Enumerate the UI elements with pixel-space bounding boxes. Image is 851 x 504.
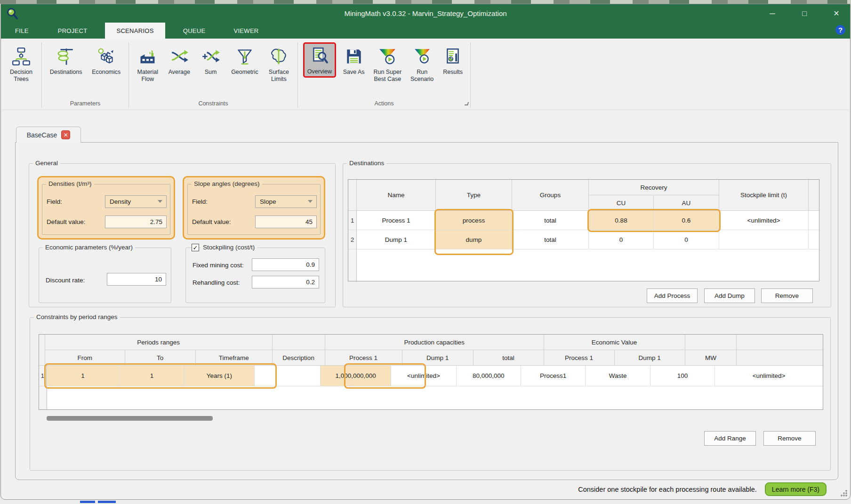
dest-row2-name[interactable]: Dump 1 <box>357 230 436 249</box>
tab-basecase[interactable]: BaseCase ✕ <box>16 127 81 143</box>
sum-button[interactable]: Sum <box>199 45 223 77</box>
cons-row1-cap-total[interactable]: 80,000,000 <box>457 366 521 386</box>
dest-row2-type[interactable]: dump <box>436 230 512 249</box>
maximize-button[interactable]: □ <box>795 7 814 21</box>
menu-queue[interactable]: QUEUE <box>172 23 217 39</box>
cons-row1-ev-process1[interactable]: Process1 <box>521 366 586 386</box>
material-flow-button[interactable]: Material Flow <box>136 45 160 84</box>
dest-header-num <box>348 180 357 211</box>
menu-project[interactable]: PROJECT <box>47 23 99 39</box>
cons-header-timeframe: Timeframe <box>196 350 273 366</box>
tab-close-icon[interactable]: ✕ <box>61 130 70 139</box>
table-row: 1 Process 1 process total 0.88 0.6 <unli… <box>348 211 819 230</box>
help-icon[interactable]: ? <box>835 25 845 35</box>
rehandling-cost-input[interactable] <box>252 276 319 288</box>
slope-field-dropdown[interactable]: Slope <box>255 195 317 208</box>
decision-trees-icon <box>11 46 32 67</box>
cons-row1-description[interactable] <box>255 366 321 386</box>
run-super-best-case-button[interactable]: Run Super Best Case <box>371 45 403 84</box>
run-scenario-label: Run <box>417 69 427 75</box>
surface-limits-icon <box>268 46 289 67</box>
surface-limits-label2: Limits <box>271 76 287 82</box>
minimize-button[interactable]: ─ <box>763 7 782 21</box>
menu-viewer[interactable]: VIEWER <box>222 23 270 39</box>
destinations-icon <box>56 46 76 67</box>
surface-limits-label: Surface <box>269 69 289 75</box>
dest-row2-stockpile[interactable] <box>719 230 809 249</box>
average-icon <box>169 46 190 67</box>
title-bar: MiningMath v3.0.32 - Marvin_Strategy_Opt… <box>1 4 850 23</box>
menu-file[interactable]: FILE <box>4 23 40 39</box>
save-as-button[interactable]: Save As <box>341 45 367 77</box>
cons-row1-next-clipped[interactable]: <unlimited> <box>715 366 823 386</box>
densities-highlight-box: Densities (t/m³) Field: Density Default … <box>37 176 175 240</box>
densities-field-dropdown[interactable]: Density <box>105 195 167 208</box>
stockpiling-checkbox[interactable]: ✓ <box>192 244 199 251</box>
add-dump-button[interactable]: Add Dump <box>704 288 755 303</box>
add-process-button[interactable]: Add Process <box>647 288 698 303</box>
dest-row1-au[interactable]: 0.6 <box>654 211 719 230</box>
dest-row2-cu[interactable]: 0 <box>589 230 654 249</box>
slope-field-label: Field: <box>192 198 208 205</box>
densities-default-input[interactable] <box>105 216 167 228</box>
cons-row1-num: 1 <box>39 366 47 386</box>
dest-row1-name[interactable]: Process 1 <box>357 211 436 230</box>
ribbon-group-parameters: Destinations Economics <box>42 39 128 110</box>
cons-row1-timeframe[interactable]: Years (1) <box>185 366 255 386</box>
dest-row1-cu[interactable]: 0.88 <box>589 211 654 230</box>
overview-button[interactable]: Overview <box>303 42 336 78</box>
dest-row2-num: 2 <box>348 230 357 249</box>
sum-icon <box>201 46 221 67</box>
dest-row2-groups[interactable]: total <box>512 230 589 249</box>
dest-row2-au[interactable]: 0 <box>654 230 719 249</box>
cons-row1-to[interactable]: 1 <box>120 366 184 386</box>
dest-row1-stockpile[interactable]: <unlimited> <box>719 211 809 230</box>
resize-grip[interactable] <box>841 490 847 496</box>
decision-trees-label: Decision <box>10 69 32 75</box>
slope-field-value: Slope <box>260 198 276 205</box>
cons-header-economic: Economic Value <box>544 335 685 350</box>
status-bar: Consider one stockpile for each processi… <box>1 479 850 499</box>
decision-trees-button[interactable]: Decision Trees <box>8 45 34 84</box>
fixed-mining-cost-input[interactable] <box>252 258 319 271</box>
cons-header-description-group: Description <box>273 335 325 366</box>
economics-button[interactable]: Economics <box>90 45 122 77</box>
geometric-icon <box>234 46 255 67</box>
remove-range-button[interactable]: Remove <box>763 431 816 446</box>
dest-row1-groups[interactable]: total <box>512 211 589 230</box>
menu-scenarios[interactable]: SCENARIOS <box>105 23 165 39</box>
destinations-button[interactable]: Destinations <box>48 45 84 77</box>
constraints-table: Periods ranges From To Timeframe Descrip… <box>39 334 823 410</box>
average-button[interactable]: Average <box>167 45 192 77</box>
cons-header-periods-group: Periods ranges From To Timeframe <box>45 335 273 366</box>
close-button[interactable]: ✕ <box>827 7 846 21</box>
horizontal-scrollbar[interactable] <box>47 416 213 421</box>
ribbon-group-label-actions: Actions <box>298 100 470 110</box>
fixed-mining-cost-label: Fixed mining cost: <box>193 262 244 269</box>
dest-header-recovery: Recovery <box>589 180 719 195</box>
cons-header-economic-group: Economic Value Process 1 Dump 1 <box>544 335 685 366</box>
cons-row1-cap-process1[interactable]: 1,000,000,000 <box>321 366 391 386</box>
sum-label: Sum <box>205 69 217 76</box>
add-range-button[interactable]: Add Range <box>704 431 756 446</box>
cons-row1-mw[interactable]: 100 <box>650 366 715 386</box>
status-message: Consider one stockpile for each processi… <box>578 486 757 493</box>
cons-row1-ev-dump1[interactable]: Waste <box>586 366 650 386</box>
surface-limits-button[interactable]: Surface Limits <box>266 45 291 84</box>
dest-row1-type[interactable]: process <box>436 211 512 230</box>
cons-header-cap-total: total <box>474 350 544 366</box>
dest-row2-gutter <box>809 230 819 249</box>
geometric-button[interactable]: Geometric <box>229 45 260 77</box>
run-scenario-button[interactable]: Run Scenario <box>409 45 435 84</box>
cons-row1-cap-dump1[interactable]: <unlimited> <box>391 366 456 386</box>
learn-more-button[interactable]: Learn more (F3) <box>765 482 827 496</box>
tab-basecase-label: BaseCase <box>27 131 57 139</box>
results-button[interactable]: Results <box>441 45 465 77</box>
cons-row1-from[interactable]: 1 <box>47 366 120 386</box>
slope-default-input[interactable] <box>255 216 317 228</box>
background-artifact-text <box>98 501 116 503</box>
slope-title: Slope angles (degrees) <box>192 180 262 187</box>
cons-header-ev-process1: Process 1 <box>544 350 615 366</box>
discount-rate-input[interactable] <box>107 273 166 286</box>
remove-destination-button[interactable]: Remove <box>761 288 813 303</box>
